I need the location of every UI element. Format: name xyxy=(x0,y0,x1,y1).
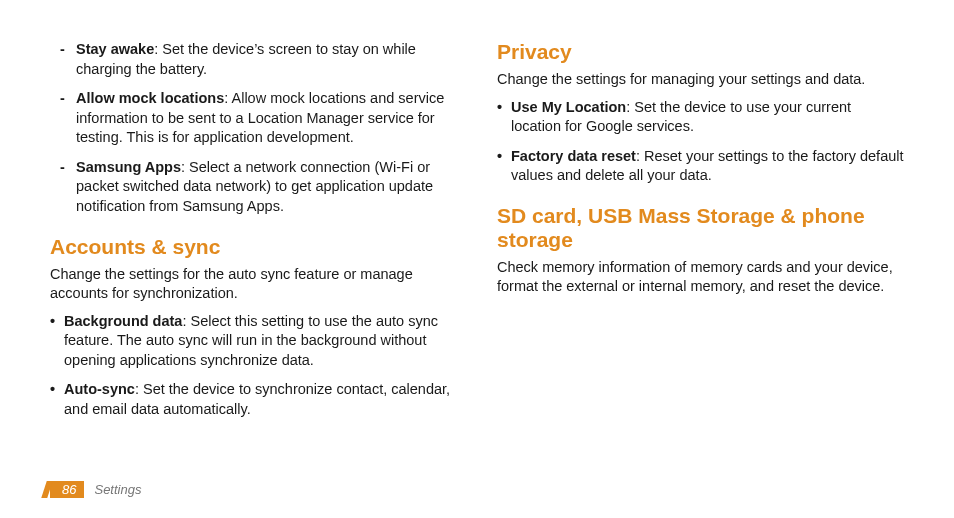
list-item: Stay awake: Set the device’s screen to s… xyxy=(50,40,457,79)
list-item: Use My Location: Set the device to use y… xyxy=(497,98,904,137)
term: Stay awake xyxy=(76,41,154,57)
page-footer: 86 Settings xyxy=(50,481,141,498)
term: Use My Location xyxy=(511,99,626,115)
accounts-sync-list: Background data: Select this setting to … xyxy=(50,312,457,420)
developer-options-list: Stay awake: Set the device’s screen to s… xyxy=(50,40,457,217)
privacy-heading: Privacy xyxy=(497,40,904,64)
left-column: Stay awake: Set the device’s screen to s… xyxy=(50,40,457,460)
right-column: Privacy Change the settings for managing… xyxy=(497,40,904,460)
term: Allow mock locations xyxy=(76,90,224,106)
list-item: Samsung Apps: Select a network connectio… xyxy=(50,158,457,217)
list-item: Allow mock locations: Allow mock locatio… xyxy=(50,89,457,148)
term: Auto-sync xyxy=(64,381,135,397)
list-item: Factory data reset: Reset your settings … xyxy=(497,147,904,186)
list-item: Auto-sync: Set the device to synchronize… xyxy=(50,380,457,419)
term: Factory data reset xyxy=(511,148,636,164)
accounts-sync-heading: Accounts & sync xyxy=(50,235,457,259)
privacy-list: Use My Location: Set the device to use y… xyxy=(497,98,904,186)
storage-heading: SD card, USB Mass Storage & phone storag… xyxy=(497,204,904,252)
page-body: Stay awake: Set the device’s screen to s… xyxy=(0,0,954,460)
storage-intro: Check memory information of memory cards… xyxy=(497,258,904,297)
term: Samsung Apps xyxy=(76,159,181,175)
page-number: 86 xyxy=(50,481,84,498)
section-label: Settings xyxy=(94,482,141,497)
term: Background data xyxy=(64,313,182,329)
list-item: Background data: Select this setting to … xyxy=(50,312,457,371)
privacy-intro: Change the settings for managing your se… xyxy=(497,70,904,90)
accounts-sync-intro: Change the settings for the auto sync fe… xyxy=(50,265,457,304)
